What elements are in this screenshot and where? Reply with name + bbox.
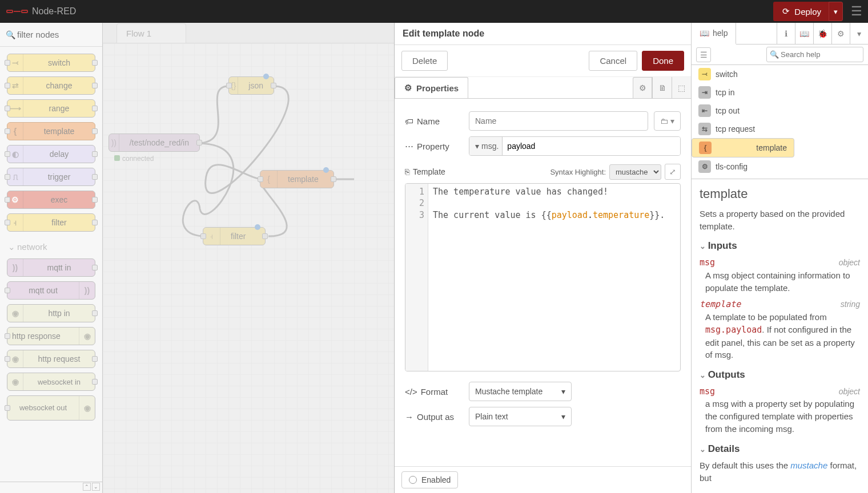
- palette-node-http-response[interactable]: http response◉: [7, 327, 95, 345]
- delete-button[interactable]: Delete: [401, 51, 448, 71]
- deploy-menu-caret[interactable]: ▾: [829, 2, 843, 21]
- output-as-label: Output as: [417, 412, 454, 422]
- palette-node-mqtt-out[interactable]: mqtt out)): [7, 281, 95, 300]
- chevron-down-icon[interactable]: ⌄: [8, 242, 15, 252]
- canvas-node-filter[interactable]: ⫞filter: [203, 227, 266, 245]
- app-title: Node-RED: [32, 6, 76, 17]
- enabled-toggle[interactable]: Enabled: [401, 471, 458, 488]
- name-input[interactable]: [469, 111, 648, 131]
- filter-nodes-input[interactable]: [3, 26, 99, 43]
- palette-node-http-in[interactable]: ◉http in: [7, 304, 95, 322]
- node-status: connected: [114, 155, 154, 163]
- icon-picker[interactable]: 🗀 ▾: [654, 111, 681, 131]
- palette-node-filter[interactable]: ⫞filter: [7, 213, 95, 232]
- edit-tray-title: Edit template node: [395, 23, 691, 45]
- category-network[interactable]: network: [17, 242, 47, 252]
- palette-node-template[interactable]: {template: [7, 122, 95, 140]
- format-label: Format: [421, 387, 448, 397]
- palette-node-delay[interactable]: ◐delay: [7, 145, 95, 163]
- format-select[interactable]: Mustache template▾: [469, 382, 572, 401]
- palette-node-trigger[interactable]: ⎍trigger: [7, 168, 95, 186]
- arrow-right-icon: →: [405, 412, 413, 422]
- app-header: Node-RED ⟳ Deploy ▾ ☰: [0, 0, 868, 23]
- palette-sidebar: 🔍 ⤙switch ⇄change ⟶range {template ◐dela…: [0, 23, 103, 493]
- template-icon: ⎘: [405, 167, 409, 176]
- help-search-input[interactable]: [766, 47, 863, 62]
- help-list-item[interactable]: ⇤tcp out: [692, 102, 868, 120]
- expand-editor-button[interactable]: ⤢: [665, 164, 681, 180]
- ellipsis-icon: ⋯: [405, 141, 413, 151]
- help-list-item[interactable]: ⚙tls-config: [692, 157, 868, 176]
- palette-node-websocket-out[interactable]: websocket out◉: [7, 395, 95, 421]
- node-appearance-icon[interactable]: ⬚: [672, 77, 691, 98]
- palette-expand-button[interactable]: ⌄: [92, 483, 100, 491]
- deploy-icon: ⟳: [782, 6, 790, 17]
- palette-collapse-button[interactable]: ⌃: [83, 483, 91, 491]
- syntax-label: Syntax Highlight:: [550, 168, 606, 176]
- help-summary: Sets a property based on the provided te…: [700, 208, 860, 233]
- help-list-item[interactable]: {template: [692, 138, 794, 157]
- palette-node-change[interactable]: ⇄change: [7, 76, 95, 95]
- deploy-label: Deploy: [794, 7, 821, 17]
- help-outputs-heading[interactable]: Outputs: [700, 368, 860, 382]
- search-icon: 🔍: [6, 30, 15, 39]
- deploy-button[interactable]: ⟳ Deploy: [773, 2, 830, 21]
- palette-node-mqtt-in[interactable]: ))mqtt in: [7, 258, 95, 277]
- help-list-item[interactable]: ⇆tcp request: [692, 120, 868, 138]
- help-tab-icon[interactable]: 📖: [795, 23, 813, 44]
- debug-tab-icon[interactable]: 🐞: [813, 23, 831, 44]
- help-node-list[interactable]: ⤙switch⇥tcp in⇤tcp out⇆tcp request{templ…: [692, 65, 868, 179]
- flow-canvas[interactable]: ))/test/node_red/in connected {}json {te…: [103, 43, 394, 493]
- output-as-select[interactable]: Plain text▾: [469, 407, 572, 426]
- search-icon: 🔍: [770, 50, 779, 59]
- flow-tab[interactable]: Flow 1: [116, 23, 186, 43]
- edit-tray: Edit template node Delete Cancel Done ⚙P…: [394, 23, 691, 493]
- palette-node-websocket-in[interactable]: ◉websocket in: [7, 373, 95, 391]
- help-tab[interactable]: 📖help: [692, 23, 736, 45]
- canvas-node-template[interactable]: {template: [260, 170, 334, 188]
- help-toc-button[interactable]: ☰: [696, 47, 711, 62]
- palette-node-range[interactable]: ⟶range: [7, 99, 95, 118]
- help-details-heading[interactable]: Details: [700, 442, 860, 456]
- done-button[interactable]: Done: [642, 51, 684, 71]
- template-editor[interactable]: 123 The temperature value has changed! T…: [405, 183, 681, 371]
- property-input[interactable]: [503, 137, 680, 155]
- info-tab-icon[interactable]: ℹ: [777, 23, 795, 44]
- tag-icon: 🏷: [405, 116, 413, 126]
- syntax-select[interactable]: mustache: [609, 164, 661, 180]
- help-sidebar: 📖help ℹ 📖 🐞 ⚙ ▾ ☰ 🔍 ⤙switch⇥tcp in⇤tcp o…: [691, 23, 868, 493]
- gear-icon: ⚙: [404, 83, 412, 93]
- cancel-button[interactable]: Cancel: [589, 51, 637, 71]
- help-title: template: [700, 185, 860, 203]
- template-label: Template: [413, 167, 445, 176]
- palette-node-exec[interactable]: ⚙exec: [7, 191, 95, 209]
- mustache-link[interactable]: mustache: [790, 460, 827, 470]
- main-menu-icon[interactable]: ☰: [851, 4, 862, 19]
- canvas-node-mqtt-in[interactable]: ))/test/node_red/in: [108, 134, 200, 152]
- name-label: Name: [417, 116, 440, 126]
- node-settings-icon[interactable]: ⚙: [633, 77, 652, 98]
- sidebar-menu-caret[interactable]: ▾: [850, 23, 868, 44]
- canvas-node-json[interactable]: {}json: [228, 76, 274, 95]
- help-inputs-heading[interactable]: Inputs: [700, 239, 860, 253]
- help-list-item[interactable]: ⇥tcp in: [692, 83, 868, 102]
- palette-node-http-request[interactable]: ◉http request: [7, 350, 95, 368]
- config-tab-icon[interactable]: ⚙: [831, 23, 850, 44]
- palette-node-switch[interactable]: ⤙switch: [7, 54, 95, 72]
- code-icon: </>: [405, 387, 417, 397]
- property-type-selector[interactable]: ▾msg.: [469, 137, 503, 155]
- properties-tab[interactable]: ⚙Properties: [395, 77, 468, 98]
- node-description-icon[interactable]: 🗎: [652, 77, 672, 98]
- book-icon: 📖: [700, 29, 709, 38]
- app-logo: [6, 6, 29, 17]
- workspace: Flow 1 ))/test/node_red/in connected {}j…: [103, 23, 394, 493]
- help-list-item[interactable]: ⤙switch: [692, 65, 868, 83]
- property-label: Property: [417, 142, 449, 151]
